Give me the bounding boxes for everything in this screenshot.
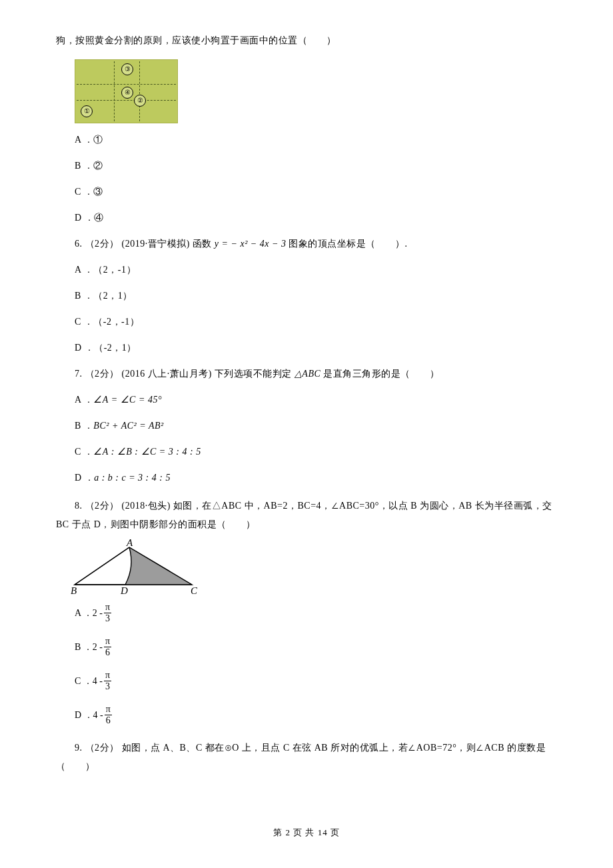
q8-stem: 8. （2分） (2018·包头) 如图，在△ABC 中，AB=2，BC=4，∠… bbox=[56, 497, 560, 534]
q6-option-a: A ．（2，-1） bbox=[56, 263, 560, 277]
grid-vline-2 bbox=[139, 61, 140, 121]
q7-option-b: B ．BC² + AC² = AB² bbox=[56, 419, 560, 433]
frac-den: 3 bbox=[104, 681, 111, 691]
q6-option-d-text: （-2，1） bbox=[94, 343, 137, 353]
q6-option-c: C ．（-2，-1） bbox=[56, 315, 560, 329]
q6-stem-suffix: 图象的顶点坐标是（ ）. bbox=[286, 239, 407, 249]
q8-option-b-frac: π 6 bbox=[104, 637, 111, 657]
q8-option-d: D ．4 - π 6 bbox=[56, 705, 560, 725]
svg-line-2 bbox=[75, 547, 129, 585]
grid-hline-1 bbox=[77, 84, 176, 85]
page-footer: 第 2 页 共 14 页 bbox=[0, 826, 613, 839]
q5-option-a: A ．① bbox=[56, 133, 560, 147]
q6-formula: y = − x² − 4x − 3 bbox=[215, 239, 287, 249]
q6-option-a-text: （2，-1） bbox=[93, 265, 136, 275]
q8-option-c-lead: C ．4 - bbox=[75, 674, 103, 688]
q7-option-b-text: BC² + AC² = AB² bbox=[93, 421, 163, 431]
q7-stem: 7. （2分） (2016 八上·萧山月考) 下列选项不能判定 △ABC 是直角… bbox=[56, 367, 560, 381]
q8-option-a: A ．2 - π 3 bbox=[56, 603, 560, 623]
q5-option-b-text: ② bbox=[93, 161, 103, 171]
label-B: B bbox=[71, 583, 77, 599]
label-D: D bbox=[121, 583, 128, 599]
marker-2: ② bbox=[134, 95, 146, 107]
q5-option-b: B ．② bbox=[56, 159, 560, 173]
marker-3: ③ bbox=[121, 63, 133, 75]
q7-triangle: △ABC bbox=[295, 369, 320, 379]
footer-suffix: 页 bbox=[328, 827, 340, 837]
marker-4: ④ bbox=[121, 87, 133, 99]
q7-option-d-text: a : b : c = 3 : 4 : 5 bbox=[94, 473, 171, 483]
grid-vline-1 bbox=[114, 61, 115, 121]
frac-num: π bbox=[104, 603, 111, 613]
q5-stem-continuation: 狗，按照黄金分割的原则，应该使小狗置于画面中的位置（ ） bbox=[56, 33, 560, 47]
q6-option-c-text: （-2，-1） bbox=[93, 317, 139, 327]
q9-stem: 9. （2分） 如图，点 A、B、C 都在⊙O 上，且点 C 在弦 AB 所对的… bbox=[56, 739, 560, 776]
q8-option-b: B ．2 - π 6 bbox=[56, 637, 560, 657]
footer-mid: 页 共 bbox=[291, 827, 318, 837]
q6-option-b-text: （2，1） bbox=[93, 291, 133, 301]
label-C: C bbox=[191, 583, 197, 599]
q5-option-a-text: ① bbox=[93, 135, 103, 145]
q7-option-a: A ．∠A = ∠C = 45° bbox=[56, 393, 560, 407]
q6-stem-prefix: 6. （2分） (2019·晋宁模拟) 函数 bbox=[75, 239, 215, 249]
q5-option-d-text: ④ bbox=[94, 213, 104, 223]
frac-num: π bbox=[104, 637, 111, 647]
q7-stem-suffix: 是直角三角形的是（ ） bbox=[320, 369, 439, 379]
q7-stem-prefix: 7. （2分） (2016 八上·萧山月考) 下列选项不能判定 bbox=[75, 369, 295, 379]
frac-den: 6 bbox=[105, 715, 112, 725]
q7-option-c-text: ∠A : ∠B : ∠C = 3 : 4 : 5 bbox=[93, 447, 201, 457]
footer-prefix: 第 bbox=[273, 827, 285, 837]
frac-num: π bbox=[105, 705, 112, 715]
q8-option-c-frac: π 3 bbox=[104, 671, 111, 691]
label-A: A bbox=[127, 535, 133, 551]
q8-option-b-lead: B ．2 - bbox=[75, 640, 103, 654]
frac-den: 3 bbox=[104, 613, 111, 623]
q8-option-d-lead: D ．4 - bbox=[75, 708, 103, 722]
footer-total: 14 bbox=[318, 827, 328, 837]
grid-hline-2 bbox=[77, 100, 176, 101]
q6-option-b: B ．（2，1） bbox=[56, 289, 560, 303]
q7-option-d: D ．a : b : c = 3 : 4 : 5 bbox=[56, 471, 560, 485]
q5-option-c: C ．③ bbox=[56, 185, 560, 199]
q6-stem: 6. （2分） (2019·晋宁模拟) 函数 y = − x² − 4x − 3… bbox=[56, 237, 560, 251]
frac-den: 6 bbox=[104, 647, 111, 657]
q6-option-d: D ．（-2，1） bbox=[56, 341, 560, 355]
q8-figure-triangle: A B D C bbox=[73, 543, 200, 593]
frac-num: π bbox=[104, 671, 111, 681]
q8-option-d-frac: π 6 bbox=[105, 705, 112, 725]
document-page: 狗，按照黄金分割的原则，应该使小狗置于画面中的位置（ ） ③ ④ ② ① A ．… bbox=[0, 0, 613, 868]
q7-option-c: C ．∠A : ∠B : ∠C = 3 : 4 : 5 bbox=[56, 445, 560, 459]
q8-option-c: C ．4 - π 3 bbox=[56, 671, 560, 691]
q5-figure-golden-ratio: ③ ④ ② ① bbox=[75, 59, 178, 123]
footer-page: 2 bbox=[285, 827, 291, 837]
q5-option-c-text: ③ bbox=[93, 187, 103, 197]
q8-option-a-frac: π 3 bbox=[104, 603, 111, 623]
q5-option-d: D ．④ bbox=[56, 211, 560, 225]
q8-option-a-lead: A ．2 - bbox=[75, 606, 103, 620]
marker-1: ① bbox=[81, 105, 93, 117]
q7-option-a-text: ∠A = ∠C = 45° bbox=[93, 395, 162, 405]
